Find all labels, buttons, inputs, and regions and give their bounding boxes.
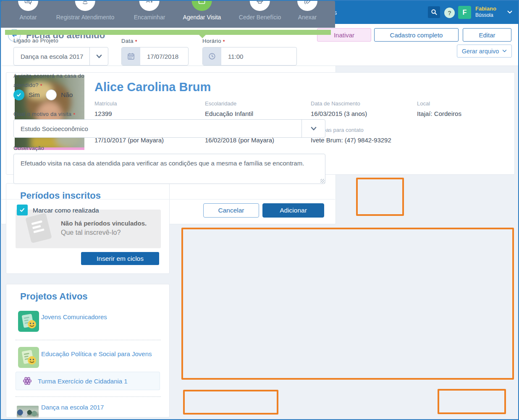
- horario-input[interactable]: 11:00: [202, 47, 297, 66]
- data-value: 17/07/2018: [140, 53, 188, 60]
- radio-nao-label[interactable]: Não: [61, 91, 73, 99]
- person-forward-icon: [145, 0, 154, 5]
- escolaridade-value: Educação Infantil: [205, 110, 253, 117]
- attendee-name: Alice Carolina Brum: [94, 80, 211, 94]
- matricula-label: Matrícula: [94, 100, 117, 107]
- data-input[interactable]: 17/07/2018: [121, 47, 189, 66]
- empty-state-subtitle: Que tal inscrevê-lo?: [61, 229, 121, 236]
- observacao-label: Observação: [13, 145, 44, 151]
- check-icon: [16, 92, 22, 98]
- data-label: Data•: [121, 37, 137, 44]
- tab-anexar[interactable]: Anexar: [297, 0, 317, 21]
- check-icon: [19, 207, 26, 213]
- active-tab-progress-bar: [5, 30, 331, 35]
- user-avatar[interactable]: F: [458, 6, 471, 19]
- nascimento-label: Data de Nascimento: [311, 100, 360, 107]
- horario-value: 11:00: [221, 53, 296, 60]
- nascimento-value: 16/03/2015 (3 anos): [311, 110, 367, 117]
- project-doc-smiley-icon: [18, 347, 39, 368]
- chevron-down-icon: [311, 127, 317, 131]
- annotation-box-form: [181, 228, 514, 380]
- user-menu-chevron-icon[interactable]: [507, 10, 512, 14]
- note-comment-icon: [24, 0, 33, 5]
- avatar-initial: F: [463, 9, 467, 16]
- visita-question-line2: atendido?•: [13, 81, 42, 88]
- horario-label: Horário•: [202, 37, 225, 44]
- project-item-danca[interactable]: Dança na escola 2017: [41, 404, 104, 411]
- cancelar-button[interactable]: Cancelar: [203, 203, 259, 218]
- clock-icon: [208, 52, 216, 60]
- projetos-title: Projetos Ativos: [20, 291, 88, 302]
- radio-sim-label[interactable]: Sim: [29, 91, 40, 99]
- group-flower-icon: [22, 375, 33, 386]
- calendar-icon: [127, 52, 135, 60]
- annotation-box-checkbox: [183, 390, 278, 415]
- help-icon: ?: [448, 10, 451, 16]
- tab-ceder-beneficio[interactable]: Ceder Benefício: [239, 0, 281, 21]
- chevron-down-icon: [502, 50, 507, 52]
- help-button[interactable]: ?: [444, 8, 455, 18]
- motivo-label: Qual o motivo da visita•: [13, 110, 76, 117]
- ligado-projeto-value: Dança na escola 2017: [14, 53, 89, 60]
- observacao-textarea[interactable]: Efetuado visita na casa da atendida para…: [13, 154, 325, 184]
- adicionar-button[interactable]: Adicionar: [262, 203, 324, 218]
- chevron-down-icon: [96, 55, 102, 58]
- divider: [16, 340, 161, 340]
- marcar-realizada-label[interactable]: Marcar como realizada: [33, 207, 99, 214]
- projetos-ativos-card: Projetos Ativos Jovens Comunicadores: [6, 284, 170, 417]
- user-menu[interactable]: Fabiano Bússola: [475, 5, 496, 18]
- gerar-arquivo-button[interactable]: Gerar arquivo: [457, 45, 512, 58]
- person-icon: [81, 0, 90, 5]
- turma-item[interactable]: Turma Exercício de Cidadania 1: [16, 372, 160, 390]
- marcar-realizada-checkbox[interactable]: [17, 205, 28, 215]
- project-photo-thumbnail: [17, 406, 39, 418]
- benefit-basket-icon: [255, 0, 265, 5]
- ligado-projeto-select[interactable]: Dança na escola 2017: [13, 47, 108, 66]
- search-button[interactable]: [428, 6, 440, 18]
- project-item-jovens[interactable]: Jovens Comunicadores: [41, 313, 107, 320]
- local-value: Itajaí: Cordeiros: [417, 110, 461, 117]
- user-name: Fabiano: [475, 5, 496, 12]
- paperclip-icon: [303, 0, 312, 5]
- tab-encaminhar[interactable]: Encaminhar: [134, 0, 165, 21]
- editar-button[interactable]: Editar: [463, 28, 511, 42]
- ligado-projeto-label: Ligado ao Projeto: [13, 37, 58, 44]
- inserir-em-ciclos-button[interactable]: Inserir em ciclos: [81, 252, 159, 265]
- app-window: Bússola Projetos Atendimento Financeiro …: [0, 0, 519, 420]
- annotation-box-agendar-tab: [356, 178, 404, 216]
- tab-anotar[interactable]: Anotar: [18, 0, 38, 21]
- annotation-box-adicionar: [438, 389, 506, 414]
- divider: [16, 396, 161, 397]
- calendar-icon: [197, 0, 207, 5]
- radio-sim[interactable]: [13, 89, 24, 100]
- gerar-arquivo-label: Gerar arquivo: [462, 48, 499, 55]
- radio-nao[interactable]: [46, 89, 57, 100]
- periodos-inscritos-card: Períodos inscritos Não há períodos vincu…: [6, 183, 170, 274]
- project-doc-smiley-icon: [18, 311, 39, 332]
- project-item-educacao[interactable]: Educação Política e Social para Jovens: [41, 350, 152, 357]
- motivo-value: Estudo Socioeconômico: [14, 125, 301, 132]
- motivo-select[interactable]: Estudo Socioeconômico: [13, 119, 325, 138]
- turma-label: Turma Exercício de Cidadania 1: [38, 378, 128, 385]
- visita-question-line1: A visita ocorrerá na casa do: [13, 73, 84, 79]
- escolaridade-label: Escolaridade: [205, 100, 236, 107]
- user-org: Bússola: [475, 12, 496, 18]
- tab-agendar-visita[interactable]: Agendar Visita: [183, 0, 221, 21]
- search-icon: [431, 9, 438, 16]
- tab-registrar-atendimento[interactable]: Registrar Atendimento: [56, 0, 115, 21]
- matricula-value: 12399: [94, 110, 112, 117]
- form-footer: Marcar como realizada Cancelar Adicionar: [1, 199, 335, 223]
- cadastro-completo-button[interactable]: Cadastro completo: [374, 28, 459, 42]
- local-label: Local: [417, 100, 430, 107]
- action-tabbar: [1, 1, 335, 28]
